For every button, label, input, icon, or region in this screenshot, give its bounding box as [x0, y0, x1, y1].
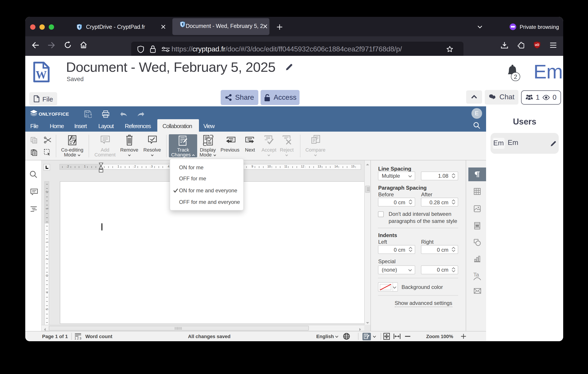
- svg-text:W: W: [36, 68, 47, 81]
- svg-text:1 2 3: 1 2 3: [74, 337, 81, 340]
- svg-text:uO: uO: [535, 43, 539, 47]
